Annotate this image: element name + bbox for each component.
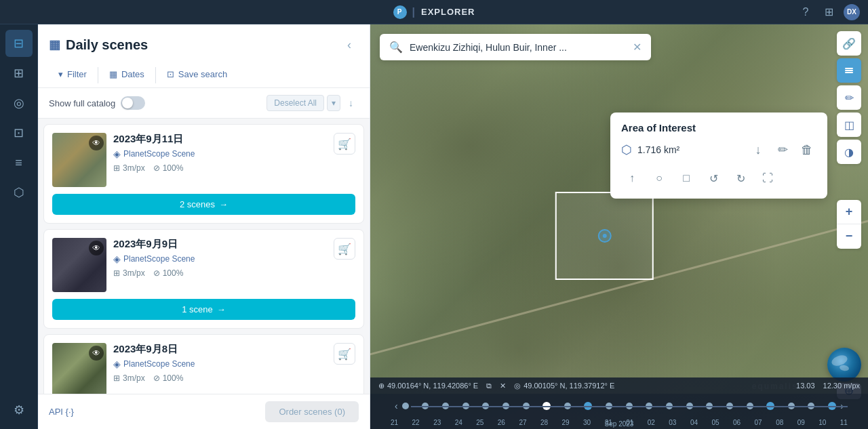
- scene-meta-row-1: ⊞ 3m/px ⊘ 100%: [113, 163, 327, 173]
- date-25: 25: [476, 419, 484, 426]
- deselect-label: Deselect All: [274, 98, 317, 108]
- map-area[interactable]: 🔍 Ewenkizu Zizhiqi, Hulun Buir, Inner ..…: [370, 24, 868, 429]
- catalog-label-text: Show full catalog: [49, 98, 115, 108]
- date-08: 08: [776, 419, 783, 426]
- catalog-label: Show full catalog: [49, 96, 145, 110]
- share-link-button[interactable]: 🔗: [837, 31, 861, 56]
- aoi-edit-button[interactable]: ✏: [773, 140, 792, 159]
- scene-type-1: PlanetScope Scene: [123, 149, 195, 159]
- zoom-wrapper: + −: [837, 200, 861, 249]
- order-scenes-button[interactable]: Order scenes (0): [265, 401, 359, 422]
- scene-item-inner-2: 👁 2023年9月9日 ◈ PlanetScope Scene ⊞: [44, 230, 363, 328]
- panel: ▦ Daily scenes ‹ ▾ Filter ▦ Dates ⊡: [38, 24, 370, 429]
- date-07: 07: [755, 419, 762, 426]
- aoi-area-row: ⬡ 1.716 km² ↓ ✏ 🗑: [621, 140, 816, 159]
- search-clear-button[interactable]: ✕: [633, 41, 642, 54]
- sidebar-item-list[interactable]: ≡: [5, 149, 33, 176]
- resolution-status-value: 12.30 m/px: [823, 382, 860, 390]
- cart-button-3[interactable]: 🛒: [334, 343, 355, 365]
- aoi-area-icon: ⬡: [621, 142, 632, 157]
- map-layers-button[interactable]: [837, 58, 861, 83]
- aoi-area-value: 1.716 km²: [637, 144, 743, 155]
- copy-coord-button[interactable]: ⧉: [486, 382, 492, 390]
- aoi-arrow-tool[interactable]: ↑: [621, 167, 643, 189]
- timeline-dates: 21 22 23 24 25 26 27 28 29 30 31 01 02 0…: [370, 417, 868, 429]
- aoi-rectangle-tool[interactable]: □: [675, 167, 697, 189]
- aoi-title: Area of Interest: [621, 122, 816, 134]
- top-bar-right: ? ⊞ DX: [797, 4, 860, 20]
- sort-button[interactable]: ↓: [343, 95, 359, 111]
- scene-item-inner-1: 👁 2023年9月11日 ◈ PlanetScope Scene ⊞: [44, 125, 363, 223]
- save-search-label: Save search: [178, 69, 227, 79]
- sidebar-item-grid[interactable]: ⊞: [5, 60, 33, 87]
- api-button[interactable]: API {·}: [49, 407, 74, 417]
- deselect-all-button[interactable]: Deselect All: [267, 95, 324, 111]
- planet-icon: P: [393, 5, 407, 19]
- coverage-value-1: 100%: [163, 163, 184, 173]
- panel-close-button[interactable]: ‹: [340, 35, 359, 54]
- scene-info-1: 2023年9月11日 ◈ PlanetScope Scene ⊞ 3m/px: [113, 133, 327, 173]
- timeline-prev-button[interactable]: ‹: [391, 401, 402, 411]
- aoi-rotate-cw-tool[interactable]: ↻: [730, 167, 751, 189]
- catalog-toggle[interactable]: [121, 96, 145, 110]
- sidebar-item-layers[interactable]: ⊟: [5, 30, 33, 57]
- eraser-button[interactable]: ✏: [837, 85, 861, 110]
- sidebar-item-search[interactable]: ⊡: [5, 119, 33, 146]
- expand-arrow-1: →: [219, 199, 228, 209]
- thumbnail-eye-1[interactable]: 👁: [89, 136, 104, 150]
- scene-type-3: PlanetScope Scene: [123, 359, 195, 369]
- apps-grid-icon[interactable]: ⊞: [821, 4, 837, 20]
- resolution-icon-3: ⊞: [113, 373, 120, 383]
- scene-type-row-2: ◈ PlanetScope Scene: [113, 253, 327, 264]
- aoi-circle-tool[interactable]: ○: [648, 167, 670, 189]
- sidebar-settings[interactable]: ⚙: [5, 396, 33, 424]
- panel-title-group: ▦ Daily scenes: [49, 37, 148, 53]
- aoi-delete-button[interactable]: 🗑: [797, 140, 816, 159]
- deselect-chevron[interactable]: ▾: [327, 95, 340, 111]
- scene-type-row-1: ◈ PlanetScope Scene: [113, 148, 327, 159]
- close-coord-button[interactable]: ✕: [500, 382, 506, 390]
- scene-top-row-3: 👁 2023年9月8日 ◈ PlanetScope Scene ⊞: [52, 343, 355, 394]
- zoom-out-button[interactable]: −: [837, 224, 861, 249]
- panel-footer: API {·} Order scenes (0): [38, 394, 370, 429]
- date-05: 05: [711, 419, 719, 426]
- svg-rect-0: [845, 72, 853, 73]
- coverage-value-2: 100%: [163, 268, 184, 278]
- expand-arrow-2: →: [217, 304, 226, 314]
- panel-toolbar: ▾ Filter ▦ Dates ⊡ Save search: [49, 62, 359, 87]
- user-avatar[interactable]: DX: [844, 4, 860, 20]
- expand-button-1[interactable]: 2 scenes →: [52, 194, 355, 215]
- aoi-download-button[interactable]: ↓: [749, 140, 768, 159]
- filter-button[interactable]: ▾ Filter: [49, 62, 96, 87]
- aoi-rotate-ccw-tool[interactable]: ↺: [703, 167, 724, 189]
- sidebar-item-tag[interactable]: ⬡: [5, 179, 33, 206]
- thumbnail-eye-2[interactable]: 👁: [89, 241, 104, 256]
- date-03: 03: [669, 419, 676, 426]
- scene-list: 👁 2023年9月11日 ◈ PlanetScope Scene ⊞: [38, 119, 370, 394]
- cart-button-2[interactable]: 🛒: [334, 238, 355, 260]
- app-title-group: P | EXPLORER: [393, 5, 475, 19]
- thumbnail-eye-3[interactable]: 👁: [89, 346, 104, 361]
- save-search-button[interactable]: ⊡ Save search: [157, 62, 237, 87]
- coord2-icon: ◎: [514, 382, 521, 390]
- aoi-expand-tool[interactable]: ⛶: [757, 167, 778, 189]
- timeline-month: Sep 2023: [605, 420, 634, 428]
- sidebar-item-location[interactable]: ◎: [5, 89, 33, 117]
- timeline-line: [411, 406, 848, 407]
- date-22: 22: [412, 419, 420, 426]
- basemap-button[interactable]: ◫: [837, 113, 861, 137]
- zoom-in-button[interactable]: +: [837, 200, 861, 224]
- timeline-dot-0[interactable]: [402, 403, 409, 409]
- resolution-icon-1: ⊞: [113, 163, 120, 173]
- expand-button-2[interactable]: 1 scene →: [52, 299, 355, 320]
- coord1-value: 49.00164° N, 119.42086° E: [387, 382, 478, 390]
- help-icon[interactable]: ?: [797, 4, 814, 20]
- aoi-rectangle[interactable]: [555, 192, 654, 280]
- globe-button[interactable]: [827, 348, 861, 382]
- date-21: 21: [391, 419, 398, 426]
- timeline-inner: ‹: [370, 394, 868, 417]
- scene-thumbnail-2: 👁: [52, 238, 106, 292]
- dates-button[interactable]: ▦ Dates: [100, 62, 154, 87]
- contrast-button[interactable]: ◑: [837, 140, 861, 164]
- cart-button-1[interactable]: 🛒: [334, 133, 355, 155]
